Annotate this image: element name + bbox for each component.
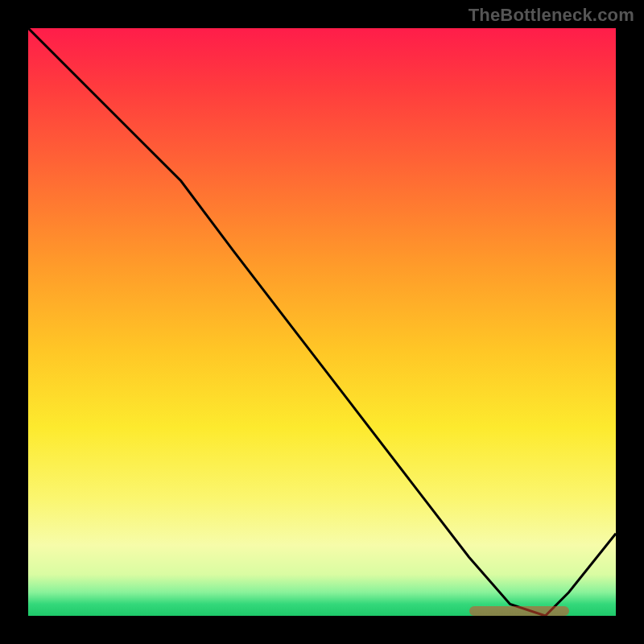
bottleneck-curve xyxy=(28,28,616,616)
chart-frame: TheBottleneck.com xyxy=(0,0,644,644)
watermark-text: TheBottleneck.com xyxy=(469,5,634,26)
plot-area xyxy=(28,28,616,616)
optimal-range-marker xyxy=(469,606,569,616)
